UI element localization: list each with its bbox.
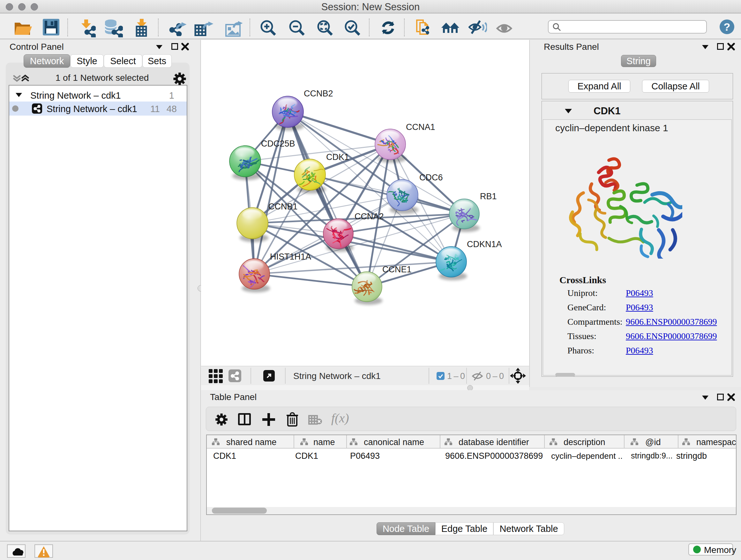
svg-text:CCNA1: CCNA1 <box>406 122 435 132</box>
svg-text:CDC6: CDC6 <box>419 173 443 182</box>
svg-text:CDK1: CDK1 <box>326 152 349 162</box>
svg-text:CCNA2: CCNA2 <box>354 212 384 221</box>
svg-text:CDC25B: CDC25B <box>261 139 295 148</box>
svg-text:RB1: RB1 <box>480 192 497 201</box>
svg-text:CCNE1: CCNE1 <box>382 265 412 274</box>
svg-text:CDKN1A: CDKN1A <box>467 240 502 249</box>
svg-text:CCNB1: CCNB1 <box>268 202 298 211</box>
svg-text:CCNB2: CCNB2 <box>304 89 333 98</box>
svg-text:HIST1H1A: HIST1H1A <box>270 252 311 261</box>
